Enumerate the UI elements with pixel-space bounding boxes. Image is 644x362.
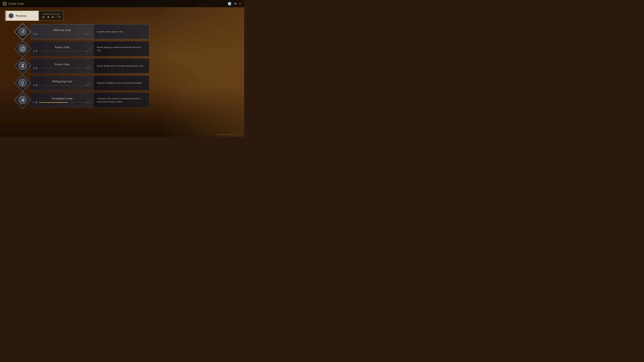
gem-next-num-0: 2 xyxy=(90,33,92,35)
gem-next-label-3: Next xyxy=(85,84,88,86)
gem-info-0: Oblivion Gem Lv.1 Next 2 ❧ xyxy=(30,24,94,39)
gem-icon-3 xyxy=(15,75,30,90)
gem-description-3: Restores 30 Health for every 100 enemies… xyxy=(94,75,149,90)
gem-next-label-1: Next xyxy=(85,50,88,52)
gem-row-3[interactable]: Wellspring Gem Lv.1 Next 2 ❧ Restores 30… xyxy=(15,75,239,90)
gem-lv-label-3: Lv.1 xyxy=(33,84,37,87)
gem-info-4: Ascendance Gem Lv.2 Next 1 ❧ xyxy=(30,92,94,108)
header-right: 30 ✕ xyxy=(227,1,242,6)
material-icon xyxy=(8,13,14,19)
gem-icon-4 xyxy=(15,92,30,108)
gem-circle-0 xyxy=(18,28,27,36)
gem-level-row-1: Lv.1 Next 2 xyxy=(33,50,91,52)
svg-point-1 xyxy=(4,3,5,4)
svg-point-13 xyxy=(22,100,22,101)
gem-level-row-2: Lv.1 Next 2 xyxy=(33,67,91,69)
number-controls: ◀ 4 ▶ / 30 xyxy=(42,15,60,19)
gem-description-1: Boosts damage to enemies launched into t… xyxy=(94,41,149,56)
number-separator: / xyxy=(56,15,57,18)
gem-lv-label-2: Lv.1 xyxy=(33,67,37,69)
gem-info-1: Vortex Gem Lv.1 Next 2 ❧ xyxy=(30,41,94,56)
gem-level-row-4: Lv.2 Next 1 xyxy=(33,101,91,104)
header-title-group: Create Gems xyxy=(3,2,24,6)
gem-row-0[interactable]: Oblivion Gem Lv.1 Next 2 ❧ Expands attac… xyxy=(15,24,239,39)
gem-icon-2 xyxy=(15,58,30,73)
gem-progress-2 xyxy=(39,68,83,68)
crystal-icon-container xyxy=(227,1,232,6)
gem-list: Oblivion Gem Lv.1 Next 2 ❧ Expands attac… xyxy=(15,24,239,108)
gem-diamond-0 xyxy=(14,23,31,40)
gem-icon-1 xyxy=(15,41,30,56)
gem-next-num-3: 2 xyxy=(90,84,92,86)
gem-name-0: Oblivion Gem xyxy=(33,29,91,32)
gem-lv-label-4: Lv.2 xyxy=(33,101,37,104)
gem-description-2: Boosts damage dealt to enemies with parr… xyxy=(94,58,149,73)
header-title-text: Create Gems xyxy=(8,2,24,5)
main-content: Pyroxene Number Generated ◀ 4 ▶ / 30 Obl… xyxy=(0,7,244,137)
gem-row-2[interactable]: Scorch Gem Lv.1 Next 2 ❧ Boosts damage d… xyxy=(15,58,239,73)
gem-description-4: Activates a 32% chance to automatically … xyxy=(94,92,149,108)
svg-point-12 xyxy=(20,97,26,103)
gem-level-row-0: Lv.1 Next 2 xyxy=(33,33,91,35)
number-label: Number Generated xyxy=(43,13,60,15)
gem-progress-4 xyxy=(39,102,83,103)
header-bar: Create Gems 30 ✕ xyxy=(0,0,244,7)
gem-name-2: Scorch Gem xyxy=(33,63,91,66)
material-box: Pyroxene xyxy=(5,11,38,21)
gem-name-3: Wellspring Gem xyxy=(33,80,91,83)
increase-button[interactable]: ▶ xyxy=(52,15,55,19)
number-generated-box: Number Generated ◀ 4 ▶ / 30 xyxy=(38,11,64,21)
gem-circle-3 xyxy=(18,79,27,87)
gem-lv-label-1: Lv.1 xyxy=(33,50,37,52)
gem-next-label-0: Next xyxy=(85,33,88,35)
gem-diamond-1 xyxy=(14,40,31,57)
gem-progress-0 xyxy=(39,34,83,34)
gem-level-row-3: Lv.1 Next 2 xyxy=(33,84,91,87)
gem-circle-1 xyxy=(18,45,27,53)
gem-next-num-1: 2 xyxy=(90,50,92,52)
gem-circle-4 xyxy=(18,96,27,104)
gem-next-label-2: Next xyxy=(85,67,88,69)
gem-description-0: Expands attack range by 10%. xyxy=(94,24,149,39)
gem-next-num-2: 2 xyxy=(90,67,92,69)
gem-next-label-4: Next xyxy=(85,101,88,103)
material-name: Pyroxene xyxy=(16,14,26,17)
gem-row-4[interactable]: Ascendance Gem Lv.2 Next 1 ❧ Activates a… xyxy=(15,92,239,108)
decrease-button[interactable]: ◀ xyxy=(42,15,45,19)
gem-row-1[interactable]: Vortex Gem Lv.1 Next 2 ❧ Boosts damage t… xyxy=(15,41,239,56)
gem-name-1: Vortex Gem xyxy=(33,46,91,49)
crystal-count: 30 xyxy=(234,2,237,5)
gem-info-2: Scorch Gem Lv.1 Next 2 ❧ xyxy=(30,58,94,73)
gem-diamond-3 xyxy=(14,74,31,91)
gem-name-4: Ascendance Gem xyxy=(33,97,91,100)
controls-row: Pyroxene Number Generated ◀ 4 ▶ / 30 xyxy=(5,11,86,21)
gem-icon-0 xyxy=(15,24,30,39)
gem-diamond-2 xyxy=(14,57,31,74)
gem-next-num-4: 1 xyxy=(90,101,92,103)
gem-circle-2 xyxy=(18,62,27,70)
number-total: 30 xyxy=(58,15,60,18)
gem-progress-3 xyxy=(39,85,83,86)
create-gems-icon xyxy=(3,2,7,6)
close-button[interactable]: ✕ xyxy=(239,2,242,6)
number-value: 4 xyxy=(46,15,50,19)
gem-info-3: Wellspring Gem Lv.1 Next 2 ❧ xyxy=(30,75,94,90)
gem-lv-label-0: Lv.1 xyxy=(33,33,37,35)
gem-diamond-4 xyxy=(14,91,31,109)
crystal-icon xyxy=(228,2,232,5)
svg-point-10 xyxy=(22,66,23,67)
gem-progress-1 xyxy=(39,51,83,51)
